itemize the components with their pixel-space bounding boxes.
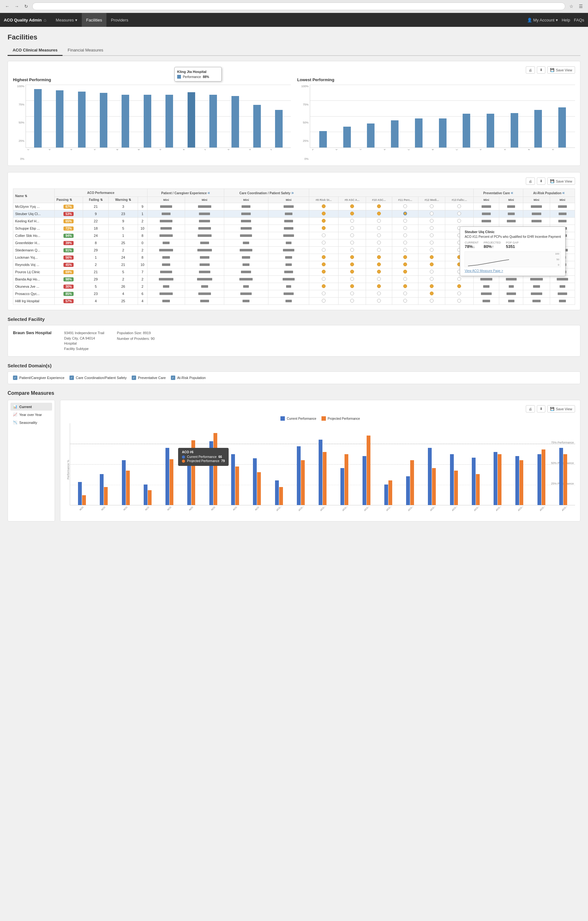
legend-projected: Projected Performance (322, 416, 360, 421)
bar-group (93, 85, 114, 148)
download-button[interactable]: ⬇ (537, 66, 545, 73)
domain-checkbox-patient[interactable] (13, 376, 17, 380)
table-row[interactable]: McGlynn Yyq ... 67% 21 3 9 (13, 203, 575, 210)
compare-bar-group[interactable] (115, 423, 136, 505)
domain-patient-caregiver[interactable]: Patient/Caregiver Experience (13, 376, 65, 380)
patient-nav-left[interactable]: « (208, 190, 210, 195)
sidebar-item-seasonality[interactable]: 📉 Seasonality (10, 418, 52, 426)
refresh-button[interactable]: ↻ (23, 3, 30, 10)
highest-performing-chart: Highest Performing 100% 75% 50% 25% 0% (13, 77, 291, 161)
col-passing[interactable]: Passing ⇅ (54, 197, 83, 203)
compare-bar-group[interactable] (465, 423, 486, 505)
bar-group (479, 85, 502, 148)
compare-bar-group[interactable] (268, 423, 289, 505)
back-button[interactable]: ← (4, 3, 11, 10)
tab-clinical[interactable]: ACO Clinical Measures (8, 45, 63, 56)
nav-facilities[interactable]: Facilities (82, 13, 107, 27)
row-passing: 9 (83, 210, 109, 218)
compare-bar-group[interactable] (334, 423, 355, 505)
compare-bar-group[interactable] (137, 423, 158, 505)
col-mini2: Mini (185, 197, 224, 203)
compare-bar-group[interactable] (509, 423, 530, 505)
compare-chart-with-yaxis: Performance % 75% Performance 50% Perfor… (65, 423, 575, 516)
compare-bar-group[interactable] (71, 423, 93, 505)
address-bar[interactable] (32, 3, 565, 10)
table-print-button[interactable]: 🖨 (526, 177, 535, 185)
table-download-button[interactable]: ⬇ (537, 177, 545, 185)
nav-faqs[interactable]: FAQs (574, 18, 584, 23)
domain-checkbox-atrisk[interactable] (171, 376, 175, 380)
compare-bar-group[interactable] (378, 423, 399, 505)
compare-bar-group[interactable] (443, 423, 465, 505)
home-icon[interactable]: ⌂ (44, 17, 46, 23)
compare-download-button[interactable]: ⬇ (537, 405, 545, 412)
x-label: ACO #2 (96, 507, 118, 516)
star-button[interactable]: ☆ (568, 3, 575, 10)
table-toolbar: 🖨 ⬇ 💾 Save View (13, 177, 575, 185)
table-row[interactable]: Prosacco Qyc... 85% 2346 (13, 290, 575, 298)
x-label: ACO #9 (250, 507, 271, 516)
x-label: ACO #14 (359, 507, 381, 516)
tooltip-measure: ACO #11 Percent of PCPs who Qualified fo… (465, 235, 561, 238)
table-row[interactable]: Bianda Aqi Ho... 98% 2922 (13, 276, 575, 283)
prev-nav-left[interactable]: « (511, 190, 513, 195)
bar-group (503, 85, 526, 148)
x-label: ACO #21 (513, 507, 535, 516)
col-failing[interactable]: Failing ⇅ (83, 197, 109, 203)
compare-bar-group[interactable] (246, 423, 268, 505)
table-save-view-button[interactable]: 💾 Save View (547, 177, 575, 185)
save-view-button[interactable]: 💾 Save View (547, 66, 575, 73)
tooltip-link[interactable]: View ACO Measure Page > (465, 269, 561, 273)
nav-measures[interactable]: Measures ▾ (52, 13, 82, 27)
compare-bar-group[interactable] (400, 423, 421, 505)
compare-bar-group[interactable] (531, 423, 552, 505)
bar-group (551, 85, 574, 148)
bar-group (159, 85, 180, 148)
forward-button[interactable]: → (13, 3, 20, 10)
sidebar-item-yoy[interactable]: 📈 Year over Year (10, 411, 52, 418)
bar-group (335, 85, 359, 148)
selected-facility-label: Selected Facility (8, 316, 580, 322)
at-risk-nav-left[interactable]: « (562, 190, 565, 195)
nav-my-account[interactable]: 👤 My Account ▾ (527, 18, 558, 23)
compare-bar-group[interactable] (487, 423, 508, 505)
bar-group (359, 85, 382, 148)
domain-preventative[interactable]: Preventative Care (132, 376, 166, 380)
table-row[interactable]: Hilll Irg Hospital 57% 4254 (13, 298, 575, 305)
compare-bar-group[interactable] (552, 423, 574, 505)
compare-print-button[interactable]: 🖨 (526, 405, 535, 412)
compare-x-labels: ACO #1 ACO #2 ACO #3 ACO #4 ACO #5 ACO #… (70, 507, 575, 516)
compare-save-view-button[interactable]: 💾 Save View (547, 405, 575, 412)
table-row[interactable]: Steuber Uiq Cl... 53% 9 23 1 (13, 210, 575, 218)
compare-bar-group[interactable] (421, 423, 442, 505)
table-row[interactable]: Keeling Kef H... 65% 2292 (13, 218, 575, 225)
domains-list: Patient/Caregiver Experience Care Coordi… (13, 376, 575, 380)
compare-bar-group[interactable] (356, 423, 377, 505)
facility-name: Braun Sws Hospital (13, 330, 52, 335)
col-atrisk-mini1: Mini (523, 197, 550, 203)
brand-text: ACO Quality Admin (4, 18, 42, 23)
compare-bar-group[interactable] (159, 423, 180, 505)
compare-bar-group[interactable] (93, 423, 114, 505)
col-warning[interactable]: Warning ⇅ (109, 197, 138, 203)
domain-care-coordination[interactable]: Care Coordination/Patient Safety (70, 376, 127, 380)
sidebar-item-current[interactable]: 📊 Current (10, 403, 52, 411)
print-button[interactable]: 🖨 (526, 66, 535, 73)
nav-providers[interactable]: Providers (106, 13, 133, 27)
tab-financial[interactable]: Financial Measures (63, 45, 108, 56)
domain-checkbox-care[interactable] (70, 376, 74, 380)
x-label: ACO #22 (535, 507, 557, 516)
col-name[interactable]: Name ⇅ (13, 189, 55, 203)
table-row[interactable]: Okuneva Jve ... 30% 5262 (13, 283, 575, 290)
row-name: Reynolds Voj ... (13, 261, 55, 268)
care-nav-right[interactable]: » (291, 190, 294, 195)
x-label: ACO #18 (447, 507, 469, 516)
compare-bar-group[interactable] (290, 423, 311, 505)
domain-at-risk[interactable]: At-Risk Population (171, 376, 206, 380)
menu-button[interactable]: ☰ (577, 3, 584, 10)
nav-help[interactable]: Help (562, 18, 570, 23)
save-icon: 💾 (550, 68, 554, 72)
bar-group[interactable]: Kling Jta Hospital Performance 88% (180, 85, 202, 148)
domain-checkbox-prev[interactable] (132, 376, 136, 380)
compare-bar-group[interactable] (312, 423, 333, 505)
